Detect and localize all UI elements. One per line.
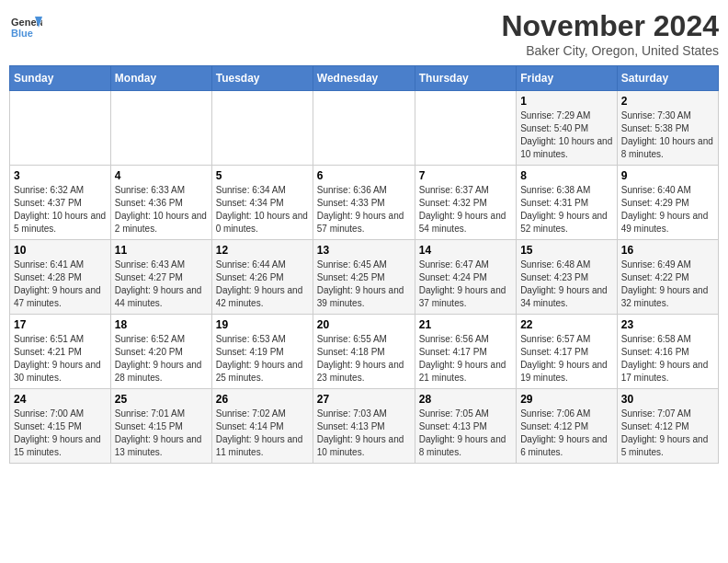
calendar-cell: 16Sunrise: 6:49 AM Sunset: 4:22 PM Dayli…: [617, 240, 718, 315]
day-number: 4: [115, 169, 208, 182]
calendar-cell: 21Sunrise: 6:56 AM Sunset: 4:17 PM Dayli…: [415, 315, 516, 389]
calendar-cell: 15Sunrise: 6:48 AM Sunset: 4:23 PM Dayli…: [517, 240, 618, 315]
day-number: 27: [317, 393, 411, 406]
day-number: 5: [216, 169, 309, 182]
day-number: 22: [520, 318, 613, 331]
day-number: 3: [14, 169, 107, 182]
calendar-cell: 5Sunrise: 6:34 AM Sunset: 4:34 PM Daylig…: [211, 166, 313, 240]
calendar-cell: 18Sunrise: 6:52 AM Sunset: 4:20 PM Dayli…: [110, 315, 211, 389]
day-info: Sunrise: 6:48 AM Sunset: 4:23 PM Dayligh…: [520, 259, 613, 310]
calendar-cell: 8Sunrise: 6:38 AM Sunset: 4:31 PM Daylig…: [517, 166, 618, 240]
day-number: 18: [115, 318, 208, 331]
day-number: 8: [520, 169, 613, 182]
day-number: 10: [14, 244, 107, 257]
calendar-cell: 29Sunrise: 7:06 AM Sunset: 4:12 PM Dayli…: [517, 389, 618, 464]
day-number: 17: [14, 318, 107, 331]
logo-icon: General Blue: [9, 9, 42, 42]
day-info: Sunrise: 6:38 AM Sunset: 4:31 PM Dayligh…: [520, 184, 613, 236]
weekday-header-friday: Friday: [517, 66, 618, 91]
day-info: Sunrise: 6:49 AM Sunset: 4:22 PM Dayligh…: [621, 259, 714, 310]
weekday-header-row: SundayMondayTuesdayWednesdayThursdayFrid…: [10, 66, 719, 91]
day-number: 25: [115, 393, 208, 406]
calendar-cell: 28Sunrise: 7:05 AM Sunset: 4:13 PM Dayli…: [415, 389, 516, 464]
day-number: 19: [216, 318, 309, 331]
day-info: Sunrise: 6:44 AM Sunset: 4:26 PM Dayligh…: [216, 259, 309, 310]
calendar-cell: [110, 91, 211, 166]
weekday-header-sunday: Sunday: [10, 66, 111, 91]
calendar-cell: 25Sunrise: 7:01 AM Sunset: 4:15 PM Dayli…: [110, 389, 211, 464]
weekday-header-saturday: Saturday: [617, 66, 718, 91]
calendar-cell: [313, 91, 415, 166]
calendar-cell: 4Sunrise: 6:33 AM Sunset: 4:36 PM Daylig…: [110, 166, 211, 240]
svg-text:Blue: Blue: [11, 28, 33, 39]
day-info: Sunrise: 7:03 AM Sunset: 4:13 PM Dayligh…: [317, 408, 411, 459]
weekday-header-thursday: Thursday: [415, 66, 516, 91]
day-number: 11: [115, 244, 208, 257]
day-number: 16: [621, 244, 714, 257]
day-info: Sunrise: 7:30 AM Sunset: 5:38 PM Dayligh…: [621, 109, 714, 161]
calendar-body: 1Sunrise: 7:29 AM Sunset: 5:40 PM Daylig…: [10, 91, 719, 464]
day-info: Sunrise: 6:47 AM Sunset: 4:24 PM Dayligh…: [419, 259, 512, 310]
calendar-cell: 26Sunrise: 7:02 AM Sunset: 4:14 PM Dayli…: [211, 389, 313, 464]
day-number: 29: [520, 393, 613, 406]
calendar-cell: 9Sunrise: 6:40 AM Sunset: 4:29 PM Daylig…: [617, 166, 718, 240]
calendar-cell: 7Sunrise: 6:37 AM Sunset: 4:32 PM Daylig…: [415, 166, 516, 240]
day-info: Sunrise: 6:52 AM Sunset: 4:20 PM Dayligh…: [115, 333, 208, 385]
day-number: 12: [216, 244, 309, 257]
week-row-2: 10Sunrise: 6:41 AM Sunset: 4:28 PM Dayli…: [10, 240, 719, 315]
day-number: 15: [520, 244, 613, 257]
day-info: Sunrise: 7:06 AM Sunset: 4:12 PM Dayligh…: [520, 408, 613, 459]
week-row-4: 24Sunrise: 7:00 AM Sunset: 4:15 PM Dayli…: [10, 389, 719, 464]
day-number: 7: [419, 169, 512, 182]
calendar-cell: 22Sunrise: 6:57 AM Sunset: 4:17 PM Dayli…: [517, 315, 618, 389]
day-info: Sunrise: 6:41 AM Sunset: 4:28 PM Dayligh…: [14, 259, 107, 310]
calendar-cell: 17Sunrise: 6:51 AM Sunset: 4:21 PM Dayli…: [10, 315, 111, 389]
weekday-header-wednesday: Wednesday: [313, 66, 415, 91]
day-info: Sunrise: 6:37 AM Sunset: 4:32 PM Dayligh…: [419, 184, 512, 236]
calendar-cell: 27Sunrise: 7:03 AM Sunset: 4:13 PM Dayli…: [313, 389, 415, 464]
day-number: 21: [419, 318, 512, 331]
day-info: Sunrise: 6:57 AM Sunset: 4:17 PM Dayligh…: [520, 333, 613, 385]
calendar-cell: 11Sunrise: 6:43 AM Sunset: 4:27 PM Dayli…: [110, 240, 211, 315]
month-title: November 2024: [501, 9, 719, 43]
day-info: Sunrise: 7:07 AM Sunset: 4:12 PM Dayligh…: [621, 408, 714, 459]
day-info: Sunrise: 6:55 AM Sunset: 4:18 PM Dayligh…: [317, 333, 411, 385]
calendar-cell: [415, 91, 516, 166]
calendar-cell: 12Sunrise: 6:44 AM Sunset: 4:26 PM Dayli…: [211, 240, 313, 315]
day-number: 30: [621, 393, 714, 406]
calendar-cell: [10, 91, 111, 166]
weekday-header-tuesday: Tuesday: [211, 66, 313, 91]
day-number: 2: [621, 95, 714, 108]
day-info: Sunrise: 6:53 AM Sunset: 4:19 PM Dayligh…: [216, 333, 309, 385]
logo: General Blue: [9, 9, 42, 42]
day-info: Sunrise: 7:00 AM Sunset: 4:15 PM Dayligh…: [14, 408, 107, 459]
day-info: Sunrise: 6:32 AM Sunset: 4:37 PM Dayligh…: [14, 184, 107, 236]
day-number: 24: [14, 393, 107, 406]
day-info: Sunrise: 7:02 AM Sunset: 4:14 PM Dayligh…: [216, 408, 309, 459]
day-info: Sunrise: 6:56 AM Sunset: 4:17 PM Dayligh…: [419, 333, 512, 385]
day-info: Sunrise: 6:33 AM Sunset: 4:36 PM Dayligh…: [115, 184, 208, 236]
day-number: 28: [419, 393, 512, 406]
title-block: November 2024 Baker City, Oregon, United…: [501, 9, 719, 58]
calendar-cell: [211, 91, 313, 166]
day-info: Sunrise: 6:51 AM Sunset: 4:21 PM Dayligh…: [14, 333, 107, 385]
day-number: 20: [317, 318, 411, 331]
calendar-cell: 23Sunrise: 6:58 AM Sunset: 4:16 PM Dayli…: [617, 315, 718, 389]
calendar-cell: 19Sunrise: 6:53 AM Sunset: 4:19 PM Dayli…: [211, 315, 313, 389]
calendar-header: SundayMondayTuesdayWednesdayThursdayFrid…: [10, 66, 719, 91]
calendar-cell: 20Sunrise: 6:55 AM Sunset: 4:18 PM Dayli…: [313, 315, 415, 389]
calendar-cell: 14Sunrise: 6:47 AM Sunset: 4:24 PM Dayli…: [415, 240, 516, 315]
day-number: 13: [317, 244, 411, 257]
day-info: Sunrise: 6:40 AM Sunset: 4:29 PM Dayligh…: [621, 184, 714, 236]
calendar-cell: 24Sunrise: 7:00 AM Sunset: 4:15 PM Dayli…: [10, 389, 111, 464]
day-info: Sunrise: 6:34 AM Sunset: 4:34 PM Dayligh…: [216, 184, 309, 236]
week-row-0: 1Sunrise: 7:29 AM Sunset: 5:40 PM Daylig…: [10, 91, 719, 166]
day-number: 9: [621, 169, 714, 182]
calendar-cell: 2Sunrise: 7:30 AM Sunset: 5:38 PM Daylig…: [617, 91, 718, 166]
day-number: 6: [317, 169, 411, 182]
day-number: 23: [621, 318, 714, 331]
day-info: Sunrise: 7:01 AM Sunset: 4:15 PM Dayligh…: [115, 408, 208, 459]
calendar-cell: 6Sunrise: 6:36 AM Sunset: 4:33 PM Daylig…: [313, 166, 415, 240]
day-info: Sunrise: 6:43 AM Sunset: 4:27 PM Dayligh…: [115, 259, 208, 310]
calendar-cell: 1Sunrise: 7:29 AM Sunset: 5:40 PM Daylig…: [517, 91, 618, 166]
